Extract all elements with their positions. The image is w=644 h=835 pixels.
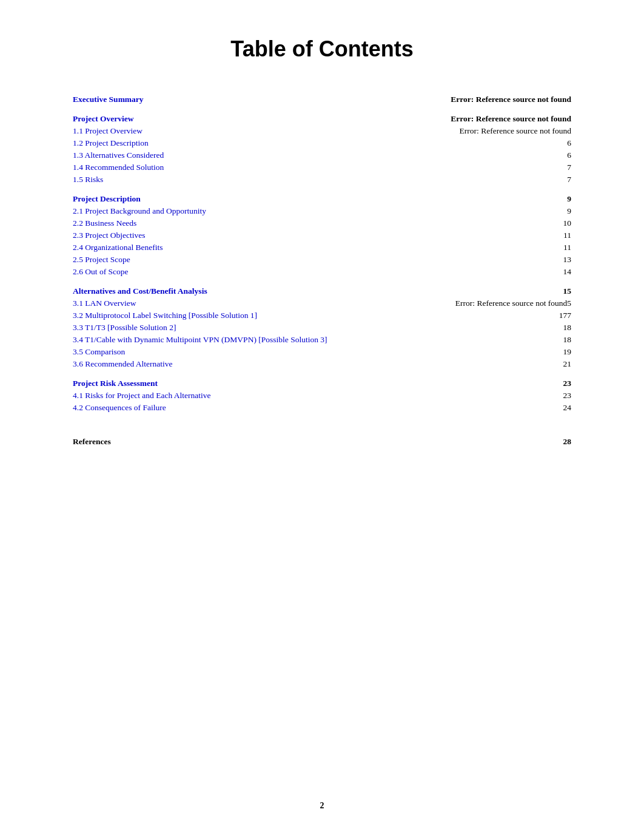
- toc-subsection-page: 6: [400, 137, 571, 149]
- toc-subsection-label[interactable]: 3.3 T1/T3 [Possible Solution 2]: [73, 322, 400, 334]
- toc-subsection-row[interactable]: 3.5 Comparison19: [73, 346, 571, 358]
- toc-table: Executive SummaryError: Reference source…: [73, 86, 571, 414]
- toc-subsection-page: 21: [400, 358, 571, 370]
- references-page: 28: [183, 428, 571, 448]
- toc-subsection-label[interactable]: 4.1 Risks for Project and Each Alternati…: [73, 390, 400, 402]
- toc-subsection-row[interactable]: 3.3 T1/T3 [Possible Solution 2]18: [73, 322, 571, 334]
- toc-section-label[interactable]: Project Risk Assessment: [73, 370, 400, 390]
- toc-subsection-row[interactable]: 3.6 Recommended Alternative21: [73, 358, 571, 370]
- toc-subsection-label[interactable]: 1.4 Recommended Solution: [73, 161, 400, 174]
- toc-subsection-page: 13: [400, 254, 571, 266]
- toc-subsection-page: 11: [400, 242, 571, 254]
- toc-subsection-label[interactable]: 1.2 Project Description: [73, 137, 400, 149]
- toc-subsection-label[interactable]: 3.4 T1/Cable with Dynamic Multipoint VPN…: [73, 334, 400, 346]
- toc-subsection-page: 11: [400, 229, 571, 242]
- toc-subsection-row[interactable]: 2.5 Project Scope13: [73, 254, 571, 266]
- toc-section-label[interactable]: Executive Summary: [73, 86, 400, 106]
- toc-subsection-row[interactable]: 1.1 Project OverviewError: Reference sou…: [73, 125, 571, 137]
- toc-subsection-page: Error: Reference source not found5: [400, 297, 571, 309]
- toc-section-label[interactable]: Alternatives and Cost/Benefit Analysis: [73, 278, 400, 297]
- toc-subsection-label[interactable]: 3.6 Recommended Alternative: [73, 358, 400, 370]
- references-row[interactable]: References28: [73, 428, 571, 448]
- toc-subsection-label[interactable]: 2.5 Project Scope: [73, 254, 400, 266]
- toc-subsection-row[interactable]: 1.3 Alternatives Considered6: [73, 149, 571, 161]
- toc-subsection-page: 18: [400, 322, 571, 334]
- toc-subsection-page: 23: [400, 390, 571, 402]
- toc-section-row[interactable]: Project Risk Assessment23: [73, 370, 571, 390]
- toc-section-row[interactable]: Alternatives and Cost/Benefit Analysis15: [73, 278, 571, 297]
- toc-subsection-row[interactable]: 1.4 Recommended Solution7: [73, 161, 571, 174]
- toc-subsection-label[interactable]: 1.3 Alternatives Considered: [73, 149, 400, 161]
- toc-subsection-label[interactable]: 2.3 Project Objectives: [73, 229, 400, 242]
- toc-section-page: 9: [400, 186, 571, 205]
- toc-subsection-page: 10: [400, 217, 571, 229]
- toc-subsection-row[interactable]: 2.1 Project Background and Opportunity9: [73, 205, 571, 217]
- toc-subsection-page: 18: [400, 334, 571, 346]
- toc-subsection-label[interactable]: 3.5 Comparison: [73, 346, 400, 358]
- toc-subsection-label[interactable]: 3.1 LAN Overview: [73, 297, 400, 309]
- toc-section-page: Error: Reference source not found: [400, 86, 571, 106]
- page: Table of Contents Executive SummaryError…: [0, 0, 644, 835]
- toc-subsection-page: 177: [400, 309, 571, 322]
- toc-subsection-row[interactable]: 2.4 Organizational Benefits11: [73, 242, 571, 254]
- toc-section-label[interactable]: Project Description: [73, 186, 400, 205]
- references-table: References28: [73, 428, 571, 448]
- toc-subsection-row[interactable]: 2.6 Out of Scope14: [73, 266, 571, 278]
- page-title: Table of Contents: [73, 36, 571, 62]
- toc-section-row[interactable]: Project OverviewError: Reference source …: [73, 106, 571, 125]
- toc-subsection-label[interactable]: 1.5 Risks: [73, 174, 400, 186]
- toc-subsection-page: 9: [400, 205, 571, 217]
- toc-subsection-label[interactable]: 2.2 Business Needs: [73, 217, 400, 229]
- toc-subsection-label[interactable]: 1.1 Project Overview: [73, 125, 400, 137]
- toc-subsection-row[interactable]: 1.2 Project Description6: [73, 137, 571, 149]
- toc-subsection-row[interactable]: 3.2 Multiprotocol Label Switching [Possi…: [73, 309, 571, 322]
- toc-subsection-label[interactable]: 2.4 Organizational Benefits: [73, 242, 400, 254]
- toc-subsection-row[interactable]: 1.5 Risks7: [73, 174, 571, 186]
- toc-subsection-row[interactable]: 4.1 Risks for Project and Each Alternati…: [73, 390, 571, 402]
- toc-subsection-label[interactable]: 3.2 Multiprotocol Label Switching [Possi…: [73, 309, 400, 322]
- toc-section-row[interactable]: Executive SummaryError: Reference source…: [73, 86, 571, 106]
- toc-subsection-page: 14: [400, 266, 571, 278]
- toc-subsection-page: 7: [400, 161, 571, 174]
- toc-subsection-row[interactable]: 2.2 Business Needs10: [73, 217, 571, 229]
- toc-subsection-label[interactable]: 2.6 Out of Scope: [73, 266, 400, 278]
- toc-section-label[interactable]: Project Overview: [73, 106, 400, 125]
- toc-subsection-label[interactable]: 2.1 Project Background and Opportunity: [73, 205, 400, 217]
- toc-subsection-page: 19: [400, 346, 571, 358]
- toc-subsection-page: 6: [400, 149, 571, 161]
- toc-subsection-row[interactable]: 2.3 Project Objectives11: [73, 229, 571, 242]
- toc-subsection-page: Error: Reference source not found: [400, 125, 571, 137]
- toc-section-page: 15: [400, 278, 571, 297]
- toc-subsection-row[interactable]: 3.4 T1/Cable with Dynamic Multipoint VPN…: [73, 334, 571, 346]
- toc-subsection-row[interactable]: 3.1 LAN OverviewError: Reference source …: [73, 297, 571, 309]
- toc-section-page: 23: [400, 370, 571, 390]
- page-number: 2: [320, 801, 324, 811]
- toc-subsection-page: 7: [400, 174, 571, 186]
- toc-section-row[interactable]: Project Description9: [73, 186, 571, 205]
- toc-section-page: Error: Reference source not found: [400, 106, 571, 125]
- references-section: References28: [73, 428, 571, 448]
- toc-subsection-row[interactable]: 4.2 Consequences of Failure24: [73, 402, 571, 414]
- references-label: References: [73, 428, 183, 448]
- toc-subsection-label[interactable]: 4.2 Consequences of Failure: [73, 402, 400, 414]
- toc-subsection-page: 24: [400, 402, 571, 414]
